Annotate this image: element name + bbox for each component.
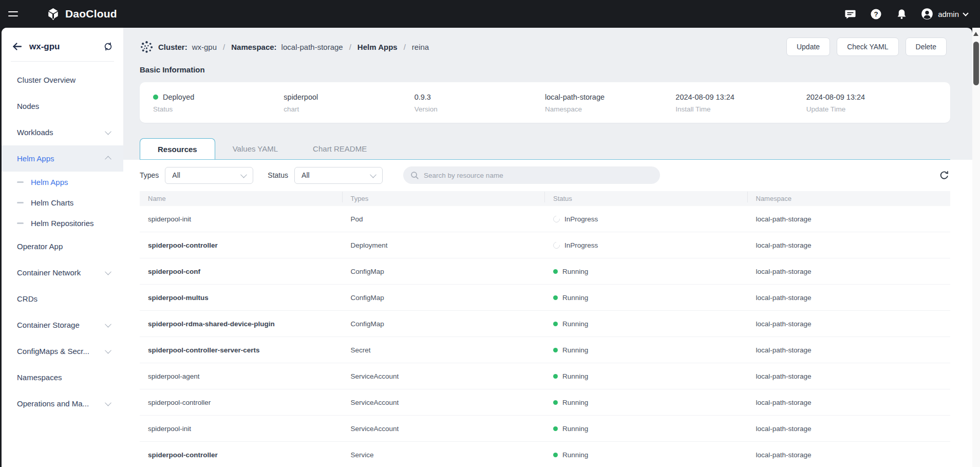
table-row: spiderpool-confConfigMapRunninglocal-pat… xyxy=(140,258,950,285)
status-select[interactable]: All xyxy=(294,167,383,184)
types-select[interactable]: All xyxy=(165,167,253,184)
sidebar-item-operator-app[interactable]: Operator App xyxy=(2,233,123,259)
breadcrumb-segment-wx-gpu[interactable]: wx-gpu xyxy=(192,43,217,51)
status-text: Running xyxy=(562,346,588,354)
sidebar-item-label: ConfigMaps & Secr... xyxy=(17,347,106,356)
update-button[interactable]: Update xyxy=(786,38,830,56)
dash-icon xyxy=(17,181,24,183)
back-arrow-icon[interactable] xyxy=(12,41,23,52)
cell-namespace: local-path-storage xyxy=(748,294,951,302)
bell-icon[interactable] xyxy=(895,8,908,20)
chevron-down-icon xyxy=(105,269,111,275)
chevron-down-icon xyxy=(105,400,111,406)
sidebar-subitem-label: Helm Apps xyxy=(31,178,68,186)
page-shell: wx-gpu Cluster OverviewNodesWorkloadsHel… xyxy=(2,28,972,467)
sidebar-subitem-helm-repositories[interactable]: Helm Repositories xyxy=(2,213,123,233)
status-text: Running xyxy=(562,425,588,433)
info-value: local-path-storage xyxy=(545,93,675,101)
check-yaml-button[interactable]: Check YAML xyxy=(837,38,898,56)
chat-icon[interactable] xyxy=(844,8,856,20)
cell-type: ConfigMap xyxy=(343,320,545,328)
scrollbar-thumb[interactable] xyxy=(973,42,979,85)
tab-values-yaml[interactable]: Values YAML xyxy=(215,138,295,159)
cluster-name: wx-gpu xyxy=(29,42,97,52)
column-header-types: Types xyxy=(343,195,545,202)
sidebar-item-nodes[interactable]: Nodes xyxy=(2,93,123,119)
cell-status: InProgress xyxy=(545,241,748,249)
status-badge: Running xyxy=(553,451,748,459)
info-field-status: DeployedStatus xyxy=(153,93,284,113)
cell-namespace: local-path-storage xyxy=(748,399,951,406)
info-value: 2024-08-09 13:24 xyxy=(675,93,806,101)
status-badge: InProgress xyxy=(553,215,748,223)
info-value-text: 2024-08-09 13:24 xyxy=(806,93,865,101)
sidebar-item-label: Operator App xyxy=(17,242,110,251)
sidebar-subitem-label: Helm Charts xyxy=(31,198,73,207)
sidebar-subitem-helm-apps[interactable]: Helm Apps xyxy=(2,172,123,192)
sidebar-item-workloads[interactable]: Workloads xyxy=(2,119,123,145)
cell-namespace: local-path-storage xyxy=(748,425,951,433)
switch-cluster-icon[interactable] xyxy=(103,42,113,51)
cell-namespace: local-path-storage xyxy=(748,268,951,275)
info-field-version: 0.9.3Version xyxy=(414,93,545,113)
status-text: InProgress xyxy=(564,215,598,223)
table-row: spiderpool-rdma-shared-device-pluginConf… xyxy=(140,311,950,337)
info-label: chart xyxy=(284,105,414,113)
sidebar-item-container-storage[interactable]: Container Storage xyxy=(2,312,123,338)
user-menu[interactable]: admin xyxy=(921,8,968,20)
types-select-value: All xyxy=(172,171,180,179)
sidebar-subitem-helm-charts[interactable]: Helm Charts xyxy=(2,192,123,213)
sidebar-item-container-network[interactable]: Container Network xyxy=(2,259,123,286)
cell-name: spiderpool-init xyxy=(140,425,343,433)
cell-name: spiderpool-controller xyxy=(140,451,343,459)
info-value-text: 0.9.3 xyxy=(414,93,431,101)
status-select-value: All xyxy=(301,171,310,179)
sidebar: wx-gpu Cluster OverviewNodesWorkloadsHel… xyxy=(2,28,123,467)
user-name: admin xyxy=(938,10,959,18)
cell-type: ServiceAccount xyxy=(343,399,545,406)
sidebar-item-crds[interactable]: CRDs xyxy=(2,286,123,312)
search-input[interactable] xyxy=(424,172,653,179)
cell-namespace: local-path-storage xyxy=(748,451,951,459)
help-icon[interactable]: ? xyxy=(870,8,882,20)
sidebar-item-helm-apps[interactable]: Helm Apps xyxy=(2,145,123,172)
info-field-namespace: local-path-storageNamespace xyxy=(545,93,675,113)
in-progress-spinner-icon xyxy=(552,241,561,249)
tab-chart-readme[interactable]: Chart README xyxy=(295,138,384,159)
info-value-text: 2024-08-09 13:24 xyxy=(675,93,734,101)
table-body: spiderpool-initPodInProgresslocal-path-s… xyxy=(140,206,950,467)
cell-status: Running xyxy=(545,399,748,406)
column-header-status: Status xyxy=(545,195,748,202)
breadcrumb-segment-helm-apps[interactable]: Helm Apps xyxy=(357,43,398,51)
refresh-icon[interactable] xyxy=(938,169,950,181)
info-field-update-time: 2024-08-09 13:24Update Time xyxy=(806,93,937,113)
sidebar-item-namespaces[interactable]: Namespaces xyxy=(2,364,123,390)
in-progress-spinner-icon xyxy=(552,215,561,223)
status-text: Running xyxy=(562,399,588,406)
cell-type: Service xyxy=(343,451,545,459)
info-value: 0.9.3 xyxy=(414,93,545,101)
tabs: ResourcesValues YAMLChart README xyxy=(140,138,950,160)
svg-text:?: ? xyxy=(874,10,878,18)
cell-name: spiderpool-controller-server-certs xyxy=(140,346,343,354)
chevron-down-icon xyxy=(370,171,376,178)
cell-name: spiderpool-init xyxy=(140,215,343,223)
scrollbar-up-arrow[interactable] xyxy=(973,32,978,36)
table-row: spiderpool-controller-server-certsSecret… xyxy=(140,337,950,363)
sidebar-item-cluster-overview[interactable]: Cluster Overview xyxy=(2,67,123,93)
sidebar-item-label: Operations and Ma... xyxy=(17,399,106,408)
running-dot-icon xyxy=(553,453,558,457)
breadcrumb-separator: / xyxy=(349,43,351,51)
sidebar-item-operations-and-ma[interactable]: Operations and Ma... xyxy=(2,390,123,417)
breadcrumb-segment-local-path-storage[interactable]: local-path-storage xyxy=(281,43,343,51)
cell-status: Running xyxy=(545,425,748,433)
hamburger-menu-icon[interactable] xyxy=(8,6,24,22)
tab-resources[interactable]: Resources xyxy=(140,138,215,159)
table-row: spiderpool-multusConfigMapRunninglocal-p… xyxy=(140,285,950,311)
table-header: NameTypesStatusNamespace xyxy=(140,191,950,206)
sidebar-item-configmaps-secr[interactable]: ConfigMaps & Secr... xyxy=(2,338,123,364)
sidebar-item-label: Container Network xyxy=(17,268,106,277)
delete-button[interactable]: Delete xyxy=(906,38,947,56)
cell-status: Running xyxy=(545,346,748,354)
breadcrumb-segment-namespace: Namespace: xyxy=(231,43,276,51)
